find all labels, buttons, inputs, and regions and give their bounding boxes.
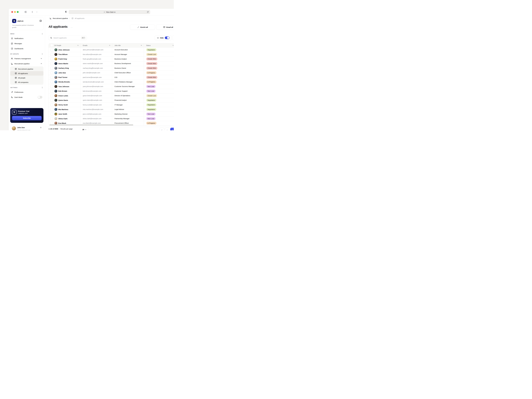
- zoom-window-button[interactable]: [17, 11, 19, 13]
- shield-icon[interactable]: [65, 11, 67, 13]
- back-button[interactable]: [31, 11, 34, 13]
- table-row[interactable]: Steve Martinsteve.martin@example.comBusi…: [49, 61, 174, 66]
- applicant-email: grace.lewis@example.com: [83, 95, 102, 96]
- row-checkbox[interactable]: [50, 113, 53, 115]
- table-row[interactable]: John Doejohn.doe@example.comChief Execut…: [49, 70, 174, 75]
- table-icon: [15, 77, 17, 79]
- applicant-job-title: Customer Success Manager: [114, 86, 135, 87]
- forward-button[interactable]: [36, 11, 38, 13]
- table-row[interactable]: Alice Johnsonalice.johnson@example.comAc…: [49, 47, 174, 52]
- table-row[interactable]: Zachary Kingzachary.king@example.comBusi…: [49, 66, 174, 70]
- applicant-name: Olivia Clark: [58, 118, 68, 120]
- user-profile-card[interactable]: John Doe johndoe@gmail.com: [10, 125, 44, 130]
- row-checkbox[interactable]: [50, 122, 53, 125]
- row-checkbox[interactable]: [50, 67, 53, 70]
- chevron-up-icon[interactable]: [40, 63, 42, 65]
- row-checkbox[interactable]: [50, 48, 53, 51]
- close-window-button[interactable]: [11, 11, 13, 13]
- row-checkbox[interactable]: [50, 85, 53, 88]
- url-text: https://pipl.co: [106, 11, 115, 13]
- cutoff-control-button[interactable]: [172, 35, 174, 40]
- sort-icon[interactable]: [77, 44, 79, 46]
- table-row[interactable]: Grace Lewisgrace.lewis@example.comDirect…: [49, 93, 174, 98]
- table-row[interactable]: Wendy Brookswendy.brooks@example.comClie…: [49, 80, 174, 84]
- sidebar-item-partners-management[interactable]: Partners management: [10, 56, 44, 61]
- subscribe-button[interactable]: Subscribe: [12, 116, 42, 120]
- row-checkbox[interactable]: [50, 53, 53, 56]
- sidebar-item-dashboards[interactable]: Dashboards: [10, 46, 44, 51]
- applicant-job-title: IT Manager: [114, 104, 123, 106]
- header-people[interactable]: 28 People: [49, 43, 80, 47]
- sidebar-item-recruitment-pipeline[interactable]: Recruitment pipeline: [10, 61, 44, 66]
- sidebar-item-messages[interactable]: Messages: [10, 41, 44, 46]
- applicant-avatar: [54, 122, 57, 125]
- applicant-name: Jane Smith: [58, 113, 67, 115]
- row-checkbox[interactable]: [50, 103, 53, 106]
- reload-icon[interactable]: [147, 11, 149, 13]
- header-status[interactable]: Status: [144, 43, 174, 47]
- row-checkbox[interactable]: [50, 108, 53, 111]
- kebab-menu-icon[interactable]: [41, 53, 43, 55]
- table-row[interactable]: Mia Martinezmia.martinez@example.comLega…: [49, 107, 174, 112]
- horizontal-scrollbar[interactable]: [50, 124, 133, 126]
- row-checkbox[interactable]: [50, 76, 53, 79]
- select-all-checkbox[interactable]: [50, 44, 53, 47]
- address-bar[interactable]: https://pipl.co: [69, 10, 150, 14]
- header-emails[interactable]: Emails: [80, 43, 112, 47]
- table-row[interactable]: Olivia Clarkolivia.clark@example.comPart…: [49, 116, 174, 121]
- breadcrumb-item-current[interactable]: All applicants: [75, 17, 84, 19]
- search-input[interactable]: [53, 37, 80, 39]
- email-all-button[interactable]: Email all: [156, 25, 174, 30]
- hide-button[interactable]: Hide: [155, 35, 171, 40]
- row-checkbox[interactable]: [50, 117, 53, 120]
- sidebar-subitem-all-companies[interactable]: All companies: [10, 80, 44, 84]
- table-row[interactable]: Frank Grayfrank.gray@example.comBusiness…: [49, 57, 174, 61]
- page-1-button[interactable]: 1: [170, 128, 174, 130]
- per-page-select[interactable]: 20: [80, 127, 89, 130]
- row-checkbox[interactable]: [50, 57, 53, 60]
- table-row[interactable]: Bob Brownbob.brown@example.comCustomer S…: [49, 89, 174, 93]
- dark-mode-toggle[interactable]: [38, 96, 42, 99]
- enrich-all-button[interactable]: Enrich all: [130, 25, 155, 30]
- table-row[interactable]: Jane Smithjane.smith@example.comMarketin…: [49, 112, 174, 116]
- sort-icon[interactable]: [109, 44, 110, 46]
- row-checkbox[interactable]: [50, 62, 53, 65]
- sidebar-subitem-all-applicants[interactable]: All applicants: [10, 71, 44, 76]
- chevron-up-down-icon[interactable]: [40, 127, 42, 128]
- table-row[interactable]: Tina Wilsontina.wilson@example.comAccoun…: [49, 52, 174, 57]
- sidebar-item-dark-mode[interactable]: Dark Mode: [10, 95, 44, 100]
- status-badge: Closed–Lost: [146, 53, 157, 56]
- table-body: Alice Johnsonalice.johnson@example.comAc…: [49, 47, 174, 126]
- hide-toggle[interactable]: [165, 37, 170, 39]
- row-checkbox[interactable]: [50, 94, 53, 97]
- chevron-down-icon[interactable]: [40, 57, 42, 59]
- sidebar-subitem-all-people[interactable]: All people: [10, 76, 44, 80]
- breadcrumb-item[interactable]: Recruitment pipeline: [53, 17, 68, 19]
- row-checkbox[interactable]: [50, 90, 53, 92]
- sidebar-item-notifications[interactable]: Notifications: [10, 36, 44, 41]
- row-checkbox[interactable]: [50, 81, 53, 83]
- sidebar-item-preferences[interactable]: Preferences: [10, 89, 44, 95]
- table-row[interactable]: Henry Scotthenry.scott@example.comIT Man…: [49, 102, 174, 107]
- kebab-menu-icon[interactable]: [41, 87, 43, 89]
- sidebar-subitem-recruitment-pipeline[interactable]: Recruitment pipeline: [10, 67, 44, 71]
- header-jobs-title[interactable]: Jobs title: [112, 43, 144, 47]
- table-row[interactable]: Quinn Davisquinn.davis@example.comFinanc…: [49, 98, 174, 102]
- row-checkbox[interactable]: [50, 71, 53, 74]
- collapse-sidebar-icon[interactable]: [39, 20, 42, 22]
- table-row[interactable]: Paul Turnerpaul.turner@example.comCIOClo…: [49, 75, 174, 79]
- title-more-icon[interactable]: ···: [71, 26, 73, 28]
- first-page-button[interactable]: [159, 128, 164, 130]
- applicant-job-title: Partnership Manager: [114, 118, 129, 120]
- minimize-window-button[interactable]: [14, 11, 16, 13]
- applicant-email: alice.johnson@example.com: [83, 49, 103, 51]
- previous-page-button[interactable]: [165, 128, 170, 130]
- kebab-menu-icon[interactable]: [41, 33, 43, 35]
- table-row[interactable]: Yara Johnsonyara.johnson@example.comCust…: [49, 84, 174, 89]
- sort-icon[interactable]: [140, 44, 142, 46]
- row-checkbox[interactable]: [50, 99, 53, 102]
- sort-icon[interactable]: [172, 44, 174, 46]
- search-box[interactable]: ⌘ F: [49, 35, 87, 40]
- browser-sidebar-toggle-icon[interactable]: [25, 11, 27, 13]
- workspace-card: pipl.co Your proactive partner in busine…: [10, 17, 44, 30]
